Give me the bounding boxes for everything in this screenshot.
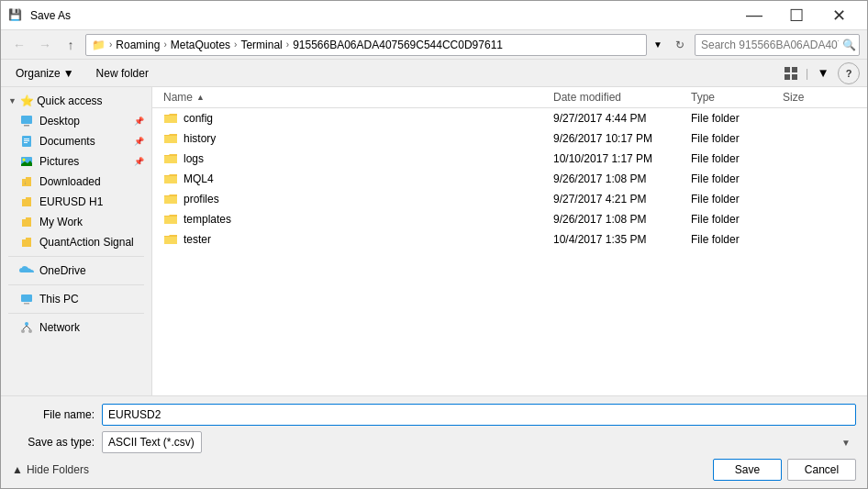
- pin-icon-pictures: 📌: [134, 157, 144, 166]
- network-icon: [19, 320, 34, 335]
- col-header-type[interactable]: Type: [691, 91, 783, 104]
- search-input[interactable]: [701, 39, 839, 51]
- file-type-mql4: File folder: [691, 172, 783, 185]
- folder-icon-mql4: [163, 172, 178, 186]
- file-row-config[interactable]: config 9/27/2017 4:44 PM File folder: [152, 108, 867, 128]
- sidebar-item-quantaction[interactable]: QuantAction Signal: [1, 232, 151, 252]
- name-sort-icon: ▲: [196, 93, 205, 102]
- quick-access-header[interactable]: ▼ ⭐ Quick access: [1, 91, 151, 111]
- svg-rect-2: [785, 74, 790, 80]
- col-header-size[interactable]: Size: [783, 91, 856, 104]
- col-header-date[interactable]: Date modified: [553, 91, 691, 104]
- refresh-button[interactable]: ↻: [669, 34, 691, 56]
- documents-icon: [19, 134, 34, 149]
- sidebar-item-documents[interactable]: Documents 📌: [1, 131, 151, 151]
- file-type-profiles: File folder: [691, 193, 783, 206]
- back-button[interactable]: ←: [8, 34, 30, 56]
- toolbar-right: | ▼ ?: [780, 62, 860, 84]
- view-icon: [784, 66, 798, 81]
- svg-line-18: [23, 326, 27, 329]
- column-headers: Name ▲ Date modified Type Size: [152, 87, 867, 108]
- file-row-tester[interactable]: tester 10/4/2017 1:35 PM File folder: [152, 229, 867, 250]
- maximize-button[interactable]: ☐: [775, 1, 818, 30]
- svg-rect-13: [21, 295, 32, 302]
- desktop-icon: [19, 114, 34, 128]
- folder-icon-templates: [163, 212, 178, 227]
- svg-rect-7: [24, 139, 29, 139]
- quick-access-chevron: ▼: [8, 96, 17, 106]
- sidebar-eurusd-label: EURUSD H1: [39, 195, 103, 208]
- file-name-mql4: MQL4: [184, 172, 553, 185]
- svg-rect-14: [24, 303, 29, 305]
- organize-button[interactable]: Organize ▼: [8, 62, 82, 84]
- address-arrow-1: ›: [109, 39, 112, 50]
- cancel-button[interactable]: Cancel: [787, 459, 856, 481]
- downloaded-icon: ↓: [19, 174, 34, 189]
- close-button[interactable]: ✕: [818, 1, 860, 30]
- svg-rect-0: [785, 67, 790, 72]
- file-row-history[interactable]: history 9/26/2017 10:17 PM File folder: [152, 128, 867, 149]
- filename-input[interactable]: [102, 404, 856, 426]
- file-date-logs: 10/10/2017 1:17 PM: [553, 152, 691, 165]
- select-arrow-icon: ▼: [841, 438, 851, 448]
- address-bar[interactable]: 📁 › Roaming › MetaQuotes › Terminal › 91…: [85, 34, 647, 56]
- minimize-button[interactable]: —: [733, 1, 775, 30]
- sidebar-pictures-label: Pictures: [39, 155, 79, 168]
- hide-folders-chevron: ▲: [12, 463, 23, 476]
- file-row-profiles[interactable]: profiles 9/27/2017 4:21 PM File folder: [152, 189, 867, 209]
- pin-icon-desktop: 📌: [134, 117, 144, 126]
- forward-button[interactable]: →: [34, 34, 56, 56]
- file-row-logs[interactable]: logs 10/10/2017 1:17 PM File folder: [152, 149, 867, 169]
- file-name-templates: templates: [184, 213, 553, 226]
- file-list: config 9/27/2017 4:44 PM File folder his…: [152, 108, 867, 395]
- help-button[interactable]: ?: [838, 62, 860, 84]
- svg-rect-5: [24, 125, 29, 127]
- file-type-tester: File folder: [691, 233, 783, 246]
- view-dropdown-button[interactable]: ▼: [812, 62, 834, 84]
- sidebar-item-thispc[interactable]: This PC: [1, 289, 151, 309]
- sidebar-item-onedrive[interactable]: OneDrive: [1, 261, 151, 281]
- sidebar-item-downloaded[interactable]: ↓ Downloaded: [1, 172, 151, 192]
- sidebar-item-desktop[interactable]: Desktop 📌: [1, 111, 151, 131]
- svg-text:↓: ↓: [24, 180, 27, 185]
- col-header-name[interactable]: Name ▲: [163, 91, 553, 104]
- view-separator: |: [806, 67, 808, 80]
- svg-rect-4: [21, 116, 32, 124]
- sidebar-divider-1: [8, 256, 144, 257]
- file-row-mql4[interactable]: MQL4 9/26/2017 1:08 PM File folder: [152, 169, 867, 189]
- up-button[interactable]: ↑: [60, 34, 82, 56]
- organize-chevron: ▼: [63, 67, 74, 80]
- file-date-templates: 9/26/2017 1:08 PM: [553, 213, 691, 226]
- view-toggle-button[interactable]: [780, 62, 802, 84]
- file-date-config: 9/27/2017 4:44 PM: [553, 112, 691, 125]
- filetype-label: Save as type:: [12, 436, 95, 449]
- sidebar: ▼ ⭐ Quick access Desktop 📌 Docu: [1, 87, 152, 395]
- hide-folders-button[interactable]: ▲ Hide Folders: [12, 463, 89, 476]
- sidebar-item-network[interactable]: Network: [1, 317, 151, 338]
- filetype-select-wrapper: ASCII Text (*.csv) ▼: [102, 431, 856, 453]
- sidebar-divider-3: [8, 313, 144, 314]
- new-folder-button[interactable]: New folder: [89, 62, 156, 84]
- quick-access-section: ▼ ⭐ Quick access Desktop 📌 Docu: [1, 91, 151, 252]
- file-date-mql4: 9/26/2017 1:08 PM: [553, 172, 691, 185]
- address-arrow-3: ›: [234, 39, 237, 50]
- content-area: Name ▲ Date modified Type Size: [152, 87, 867, 395]
- file-type-history: File folder: [691, 132, 783, 145]
- address-arrow-2: ›: [163, 39, 166, 50]
- hide-folders-label: Hide Folders: [27, 463, 89, 476]
- address-crumb-metaquotes: MetaQuotes: [171, 39, 230, 51]
- sidebar-item-mywork[interactable]: My Work: [1, 212, 151, 232]
- save-button[interactable]: Save: [713, 459, 782, 481]
- sidebar-item-eurusd[interactable]: EURUSD H1: [1, 192, 151, 212]
- file-row-templates[interactable]: templates 9/26/2017 1:08 PM File folder: [152, 209, 867, 229]
- sidebar-network-label: Network: [39, 321, 80, 334]
- filetype-select[interactable]: ASCII Text (*.csv): [102, 431, 202, 453]
- folder-icon-profiles: [163, 192, 178, 206]
- sidebar-item-pictures[interactable]: Pictures 📌: [1, 151, 151, 172]
- address-dropdown-button[interactable]: ▼: [651, 34, 665, 56]
- sidebar-desktop-label: Desktop: [39, 115, 80, 128]
- mywork-folder-icon: [19, 215, 34, 229]
- sidebar-quantaction-label: QuantAction Signal: [39, 236, 134, 249]
- address-crumb-roaming: Roaming: [116, 39, 160, 51]
- main-area: ▼ ⭐ Quick access Desktop 📌 Docu: [1, 87, 867, 395]
